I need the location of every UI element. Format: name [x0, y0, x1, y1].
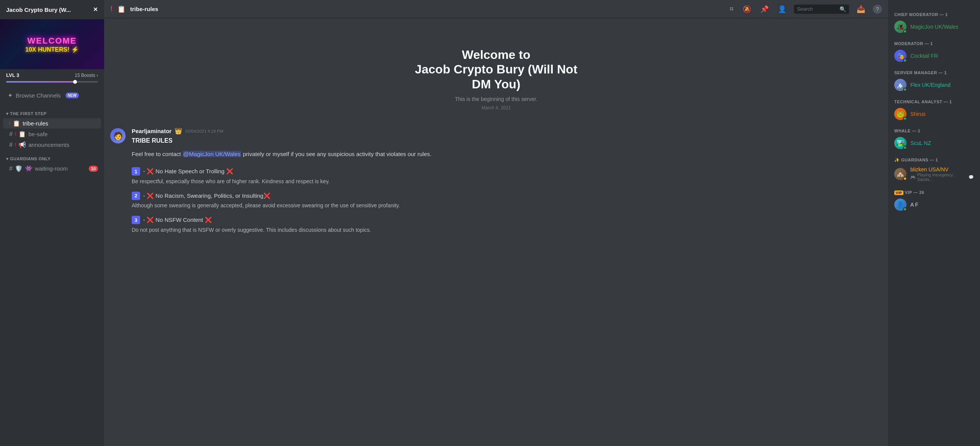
member-name-blizken: blizken USA/NV [910, 166, 949, 173]
channel-sidebar: Jacob Crypto Bury (W... ✕ WELCOME 10X HU… [0, 0, 104, 446]
notification-bell-button[interactable]: 🔕 [741, 3, 753, 15]
channel-emoji-tribe-rules: 📋 [13, 120, 20, 127]
help-button[interactable]: ? [873, 5, 882, 14]
threads-button[interactable]: ⌗ [728, 3, 735, 15]
member-cocktail[interactable]: 🎭 Cocktail FR [891, 47, 977, 64]
message-text: TRIBE RULES Feel free to contact @MagicJ… [132, 136, 882, 234]
status-online-magicjon [903, 29, 907, 33]
message-author: Pearljaminator [132, 128, 172, 134]
hash-icon-waiting: # [9, 165, 13, 172]
exclamation-icon: ! [9, 121, 10, 126]
channel-name-tribe-rules: tribe-rules [23, 120, 84, 127]
server-banner: WELCOME 10X HUNTERS! ⚡ [0, 20, 104, 69]
boost-bar [6, 81, 98, 83]
member-scul[interactable]: 🏞️ ScuL NZ [891, 135, 977, 151]
category-label-first-step[interactable]: ▾ THE FIRST STEP [0, 105, 104, 118]
boosts-badge: 15 Boosts › [75, 73, 98, 78]
server-name: Jacob Crypto Bury (W... [6, 7, 71, 13]
server-header[interactable]: Jacob Crypto Bury (W... ✕ [0, 0, 104, 20]
main-content: ! 📋 tribe-rules ⌗ 🔕 📌 👤 🔍 📥 ? Welcome to… [104, 0, 888, 446]
channel-waiting-room[interactable]: # 🛡️ 👾 waiting-room 10 [3, 163, 101, 174]
status-online-cocktail [903, 59, 907, 62]
pin-button[interactable]: 📌 [759, 3, 770, 15]
member-sidebar: CHIEF MODERATOR — 1 🎩 MagicJon UK/Wales … [888, 0, 980, 446]
status-online-flex [903, 88, 907, 91]
role-server-manager: SERVER MANAGER — 1 [891, 67, 977, 77]
rule-3-description: Do not post anything that is NSFW or ove… [132, 226, 882, 234]
rule-num-2: 2 [132, 192, 140, 200]
new-badge: NEW [65, 93, 79, 98]
role-technical-analyst: TECHNICAL ANALYST — 1 [891, 96, 977, 106]
welcome-subtitle: This is the beginning of this server. [119, 96, 873, 102]
channel-header-name: tribe-rules [130, 6, 158, 12]
message-timestamp: 03/04/2021 4:19 PM [185, 129, 223, 133]
member-af[interactable]: 👤 A F [891, 196, 977, 213]
channel-emoji-header: 📋 [117, 5, 126, 13]
exclamation-icon-be-safe: ! [15, 132, 16, 137]
browse-channels-button[interactable]: ✦ Browse Channels NEW [3, 89, 101, 102]
rule-1-title: - ❌ No Hate Speech or Trolling ❌ [143, 167, 234, 176]
header-actions: ⌗ 🔕 📌 👤 🔍 📥 ? [728, 3, 882, 15]
member-name-magicjon: MagicJon UK/Wales [910, 24, 959, 30]
channel-be-safe[interactable]: # ! 📋 be-safe [3, 129, 101, 139]
member-flex[interactable]: 🏔️ Flex UK/England [891, 77, 977, 93]
channel-category-first-step: ▾ THE FIRST STEP ! 📋 tribe-rules 👤+ # ! … [0, 105, 104, 150]
search-icon: 🔍 [840, 6, 846, 12]
role-chief-moderator: CHIEF MODERATOR — 1 [891, 9, 977, 18]
member-avatar-shirus: 🐸 [894, 108, 906, 120]
shield-icon: 🛡️ [15, 165, 23, 172]
boost-bar-knob [73, 80, 77, 84]
rules-title: TRIBE RULES [132, 136, 882, 145]
role-guardians: ✨ GUARDIANS — 1 [891, 155, 977, 164]
channel-name-be-safe: be-safe [28, 131, 98, 137]
hash-icon-announcements: # [9, 142, 13, 148]
mention-magicjon[interactable]: @MagicJon UK/Wales [183, 151, 242, 157]
avatar-image: 🧑 [110, 128, 126, 143]
chat-messages: Welcome to Jacob Crypto Bury (Will Not D… [104, 18, 888, 446]
member-name-flex: Flex UK/England [910, 82, 951, 88]
rule-1-description: Be respectful, especially those who are … [132, 177, 882, 186]
lightning-icon: ⚡ [71, 46, 79, 53]
member-blizken[interactable]: 🏘️ blizken USA/NV 🎮 Playing Insurgency: … [891, 164, 977, 184]
member-avatar-scul: 🏞️ [894, 137, 906, 149]
channel-exclamation-icon: ! [110, 5, 113, 13]
vip-icon: VIP [894, 190, 903, 195]
rule-3-title: - ❌ No NSFW Content ❌ [143, 216, 212, 225]
chevron-down-icon: ✕ [93, 6, 98, 13]
role-moderator: MODERATOR — 1 [891, 38, 977, 47]
channel-tribe-rules[interactable]: ! 📋 tribe-rules 👤+ [3, 118, 101, 129]
member-avatar-flex: 🏔️ [894, 79, 906, 91]
member-shirus[interactable]: 🐸 Shirus [891, 106, 977, 122]
members-button[interactable]: 👤 [776, 3, 788, 15]
status-online-scul [903, 146, 907, 150]
member-name-af: A F [910, 202, 918, 208]
rule-1-header: 1 - ❌ No Hate Speech or Trolling ❌ [132, 167, 882, 176]
welcome-title: Welcome to Jacob Crypto Bury (Will Not D… [119, 47, 873, 91]
member-name-cocktail: Cocktail FR [910, 53, 938, 59]
rule-2-title: - ❌ No Racism, Swearing, Politics, or In… [143, 192, 271, 200]
member-avatar-cocktail: 🎭 [894, 50, 906, 62]
message-header: Pearljaminator 👑 03/04/2021 4:19 PM [132, 127, 882, 135]
message-content: Pearljaminator 👑 03/04/2021 4:19 PM TRIB… [132, 127, 882, 240]
search-box[interactable]: 🔍 [794, 5, 849, 14]
channel-emoji-be-safe: 📋 [18, 130, 26, 138]
level-badge: LVL 3 [6, 72, 19, 78]
channel-category-guardians-only: ▾ GUARDIANS ONLY # 🛡️ 👾 waiting-room 10 [0, 150, 104, 174]
inbox-button[interactable]: 📥 [855, 3, 867, 15]
status-idle-blizken [903, 177, 907, 181]
role-whale: WHALE — 1 [891, 125, 977, 135]
channel-announcements[interactable]: # ! 📢 announcements 👤+ [3, 140, 101, 150]
intro-paragraph: Feel free to contact @MagicJon UK/Wales … [132, 150, 882, 159]
banner-subtitle: 10X HUNTERS! ⚡ [25, 46, 79, 53]
member-magicjon[interactable]: 🎩 MagicJon UK/Wales [891, 18, 977, 35]
exclamation-icon-announcements: ! [15, 142, 16, 148]
waiting-room-badge: 10 [89, 166, 98, 172]
rule-2-description: Although some swearing is generally acce… [132, 202, 882, 210]
hash-icon-be-safe: # [9, 131, 13, 138]
server-level: LVL 3 15 Boosts › [0, 69, 104, 81]
search-input[interactable] [797, 6, 837, 12]
category-label-guardians-only[interactable]: ▾ GUARDIANS ONLY [0, 150, 104, 163]
banner-welcome: WELCOME [28, 36, 77, 46]
channel-name-waiting-room: waiting-room [35, 165, 87, 172]
rule-2: 2 - ❌ No Racism, Swearing, Politics, or … [132, 192, 882, 210]
